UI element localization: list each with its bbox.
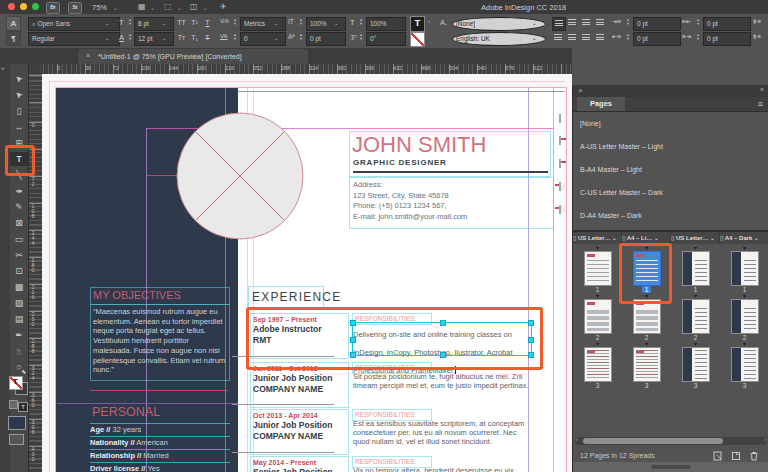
pen-tool[interactable]: ✒: [10, 184, 28, 198]
spread-tab-4[interactable]: ▯ A4 – Dark ⌄: [720, 232, 768, 244]
experience-entry-frame[interactable]: May 2014 - Present Senior Job Position: [250, 456, 349, 472]
rectangle-tool[interactable]: ▭: [10, 232, 28, 246]
font-style-chevron-icon[interactable]: ⌄: [105, 35, 110, 41]
master-row-d[interactable]: D-A4 Master – Dark: [573, 204, 768, 227]
personal-title-frame[interactable]: PERSONAL: [90, 404, 230, 422]
tracking-field[interactable]: 0: [240, 32, 286, 46]
right-indent-field[interactable]: 0 pt: [703, 17, 751, 31]
page-tool[interactable]: ▯: [10, 104, 28, 118]
justify-left-button[interactable]: [594, 17, 606, 29]
horizontal-scale-stepper[interactable]: ▲▼: [358, 18, 364, 26]
justify-all-button[interactable]: [580, 32, 592, 44]
page-thumbnail-cell[interactable]: ▾3: [573, 342, 622, 390]
master-row-a[interactable]: A-US Letter Master – Light: [573, 135, 768, 158]
fill-swatch[interactable]: T: [9, 376, 23, 390]
panel-collapse-icon[interactable]: »: [760, 86, 764, 93]
document-tab[interactable]: × *Untitled-1 @ 75% [GPU Preview] [Conve…: [78, 49, 308, 64]
font-size-stepper[interactable]: ▲▼: [127, 18, 133, 26]
frame-handle[interactable]: [528, 352, 534, 358]
vertical-scale-chevron-icon[interactable]: ⌄: [334, 20, 339, 26]
language-chevron-icon[interactable]: ⌄: [532, 35, 537, 41]
page-thumb-image[interactable]: [682, 347, 710, 382]
zoom-tool[interactable]: ○: [10, 360, 28, 374]
page-thumbnail-cell[interactable]: ▾2: [622, 294, 671, 342]
resize-handle[interactable]: [651, 465, 691, 469]
share-icon[interactable]: ✈: [220, 2, 227, 11]
page-thumb-image[interactable]: [682, 251, 710, 286]
objectives-body-frame[interactable]: “Maecenas euismod rutrum augue eu elemen…: [90, 304, 230, 381]
formatting-affects-text-button[interactable]: T: [18, 402, 28, 412]
justify-center-button[interactable]: [552, 32, 564, 44]
pages-tab[interactable]: Pages: [577, 97, 625, 111]
page-thumb-image[interactable]: [584, 299, 612, 334]
kerning-stepper[interactable]: ▲▼: [232, 18, 238, 26]
page-thumb-image[interactable]: [731, 299, 759, 334]
page-thumb-image[interactable]: [633, 347, 661, 382]
strikethrough-button[interactable]: T: [202, 32, 213, 44]
preview-chevron-icon[interactable]: ⌄: [177, 4, 182, 11]
right-indent-stepper[interactable]: ▲▼: [695, 18, 701, 26]
page-thumbnail-cell[interactable]: ▾2: [720, 294, 768, 342]
stroke-none-swatch[interactable]: [410, 32, 425, 47]
master-row-c[interactable]: C-US Letter Master – Dark: [573, 181, 768, 204]
spread-tab-3[interactable]: ▯ US Letter… ⌄: [671, 232, 720, 244]
gradient-feather-tool[interactable]: ▨: [10, 296, 28, 310]
hand-tool[interactable]: ☞: [10, 344, 28, 358]
preview-frame-icon[interactable]: ⬚: [164, 2, 172, 11]
page-thumbnail-cell[interactable]: ▾1: [720, 246, 768, 294]
font-size-chevron-icon[interactable]: ⌄: [162, 20, 167, 26]
character-formatting-button[interactable]: A: [6, 16, 21, 31]
experience-entry-frame[interactable]: Oct 2013 - Apr 2014 Junior Job Position …: [250, 409, 349, 455]
align-right-button[interactable]: [580, 17, 592, 29]
close-window-button[interactable]: [8, 3, 15, 10]
screen-mode-button[interactable]: [9, 434, 24, 445]
objectives-title-frame[interactable]: MY OBJECTIVES: [90, 287, 230, 305]
page-thumbnail-cell[interactable]: ▾1: [573, 246, 622, 294]
vertical-ruler[interactable]: 03672108144180216252288324360396432: [28, 74, 43, 472]
left-indent-stepper[interactable]: ▲▼: [625, 18, 631, 26]
page-thumbnail-cell[interactable]: ▾3: [720, 342, 768, 390]
font-size-field[interactable]: 8 pt: [134, 17, 174, 31]
tracking-chevron-icon[interactable]: ⌄: [274, 35, 279, 41]
tracking-stepper[interactable]: ▲▼: [232, 33, 238, 41]
rectangle-frame-tool[interactable]: ⊠: [10, 216, 28, 230]
page-thumbnail-cell[interactable]: ▾2: [573, 294, 622, 342]
line-tool[interactable]: ╲: [10, 168, 28, 182]
zoom-window-button[interactable]: [32, 3, 39, 10]
panel-menu-icon[interactable]: ≡: [758, 99, 763, 109]
scrollbar-thumb[interactable]: [583, 438, 723, 444]
scissors-tool[interactable]: ✂: [10, 248, 28, 262]
align-left-button[interactable]: [552, 17, 566, 31]
align-center-button[interactable]: [566, 17, 578, 29]
personal-list[interactable]: Age // 32 years Nationality // American …: [90, 423, 230, 472]
character-style-chevron-icon[interactable]: ⌄: [532, 20, 537, 26]
vertical-scale-field[interactable]: 100%: [306, 17, 346, 31]
formatting-affects-container-button[interactable]: [9, 400, 18, 409]
spread-tab-2[interactable]: ▯ A4 – Li… ⌄: [622, 232, 671, 244]
page-thumb-image[interactable]: [682, 299, 710, 334]
first-line-indent-field[interactable]: 0 pt: [633, 32, 681, 46]
leading-stepper[interactable]: ▲▼: [127, 33, 133, 41]
first-line-indent-stepper[interactable]: ▲▼: [625, 33, 631, 41]
underline-button[interactable]: T: [202, 17, 213, 29]
view-options-icon[interactable]: ▦: [138, 2, 146, 11]
fill-color-swatch[interactable]: T: [410, 16, 425, 32]
page-thumb-image[interactable]: [584, 251, 612, 286]
gap-tool[interactable]: ↔: [10, 120, 28, 134]
horizontal-scale-field[interactable]: 100%: [366, 17, 406, 31]
vertical-scale-stepper[interactable]: ▲▼: [298, 18, 304, 26]
free-transform-tool[interactable]: ⊡: [10, 264, 28, 278]
panel-close-icon[interactable]: ×: [578, 86, 583, 95]
direct-selection-tool[interactable]: ➤: [10, 88, 28, 102]
last-line-indent-field[interactable]: 0 pt: [703, 32, 751, 46]
subscript-button[interactable]: T₁: [189, 32, 200, 44]
bridge-icon[interactable]: Br: [46, 2, 60, 14]
pencil-tool[interactable]: ✎: [10, 200, 28, 214]
superscript-button[interactable]: T¹: [189, 17, 200, 29]
frame-handle[interactable]: [528, 337, 534, 343]
zoom-level-chevron-icon[interactable]: ⌄: [113, 4, 118, 11]
frame-handle[interactable]: [528, 320, 534, 326]
page-thumbnail-cell[interactable]: ▾2: [671, 294, 720, 342]
page-thumb-image[interactable]: [633, 299, 661, 334]
pages-scrollbar[interactable]: ‹ ›: [575, 437, 767, 445]
